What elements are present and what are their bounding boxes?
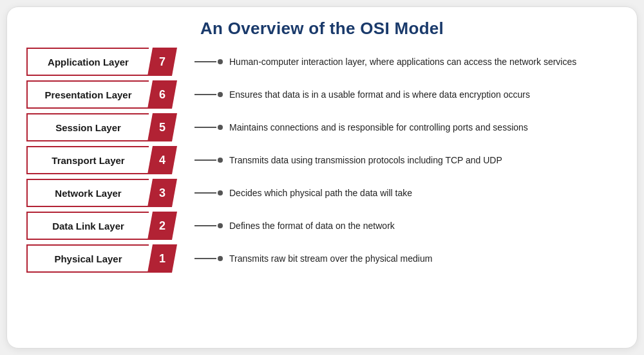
connector-dot [218, 158, 223, 163]
layer-description: Transmits data using transmission protoc… [229, 154, 618, 166]
layer-connector [194, 158, 223, 163]
layer-number: 3 [147, 179, 177, 207]
layer-row: Network Layer 3 Decides which physical p… [26, 179, 618, 207]
layer-label: Application Layer [26, 48, 149, 76]
connector-line [194, 127, 216, 128]
layer-badge: Presentation Layer 6 [26, 80, 191, 109]
layer-connector [194, 223, 223, 228]
connector-dot [218, 125, 223, 130]
layer-label: Data Link Layer [26, 212, 149, 240]
layer-row: Session Layer 5 Maintains connections an… [26, 113, 618, 141]
connector-dot [218, 190, 223, 196]
layer-description: Maintains connections and is responsible… [229, 122, 618, 133]
connector-line [194, 159, 216, 161]
layer-label: Transport Layer [26, 146, 149, 174]
layer-number: 1 [147, 244, 177, 273]
connector-dot [218, 223, 223, 228]
layer-badge: Data Link Layer 2 [26, 212, 191, 240]
layer-badge: Session Layer 5 [26, 113, 191, 141]
connector-line [194, 94, 216, 95]
osi-model-card: An Overview of the OSI Model Application… [6, 6, 638, 349]
page-title: An Overview of the OSI Model [200, 19, 444, 39]
layer-label: Network Layer [26, 179, 149, 207]
layer-connector [194, 92, 223, 97]
connector-dot [218, 256, 223, 261]
layer-description: Ensures that data is in a usable format … [229, 89, 618, 100]
layers-list: Application Layer 7 Human-computer inter… [26, 48, 618, 273]
layer-label: Presentation Layer [26, 80, 149, 109]
layer-row: Presentation Layer 6 Ensures that data i… [26, 80, 618, 109]
connector-line [194, 225, 216, 226]
layer-badge: Network Layer 3 [26, 179, 191, 207]
layer-row: Application Layer 7 Human-computer inter… [26, 48, 618, 76]
layer-connector [194, 256, 223, 261]
layer-row: Transport Layer 4 Transmits data using t… [26, 146, 618, 174]
layer-number: 2 [147, 212, 177, 240]
layer-description: Human-computer interaction layer, where … [229, 56, 618, 68]
layer-badge: Physical Layer 1 [26, 244, 191, 273]
layer-badge: Transport Layer 4 [26, 146, 191, 174]
layer-description: Defines the format of data on the networ… [229, 220, 618, 232]
layer-description: Transmits raw bit stream over the physic… [229, 253, 618, 264]
layer-description: Decides which physical path the data wil… [229, 187, 618, 199]
layer-label: Session Layer [26, 113, 149, 141]
layer-connector [194, 190, 223, 196]
layer-connector [194, 59, 223, 64]
layer-number: 4 [147, 146, 177, 174]
layer-label: Physical Layer [26, 244, 149, 273]
connector-line [194, 258, 216, 259]
layer-row: Physical Layer 1 Transmits raw bit strea… [26, 244, 618, 273]
layer-number: 6 [147, 80, 177, 109]
layer-number: 5 [147, 113, 177, 141]
connector-line [194, 192, 216, 194]
layer-number: 7 [147, 48, 177, 76]
layer-row: Data Link Layer 2 Defines the format of … [26, 212, 618, 240]
layer-connector [194, 125, 223, 130]
connector-dot [218, 59, 223, 64]
layer-badge: Application Layer 7 [26, 48, 191, 76]
connector-line [194, 61, 216, 62]
connector-dot [218, 92, 223, 97]
